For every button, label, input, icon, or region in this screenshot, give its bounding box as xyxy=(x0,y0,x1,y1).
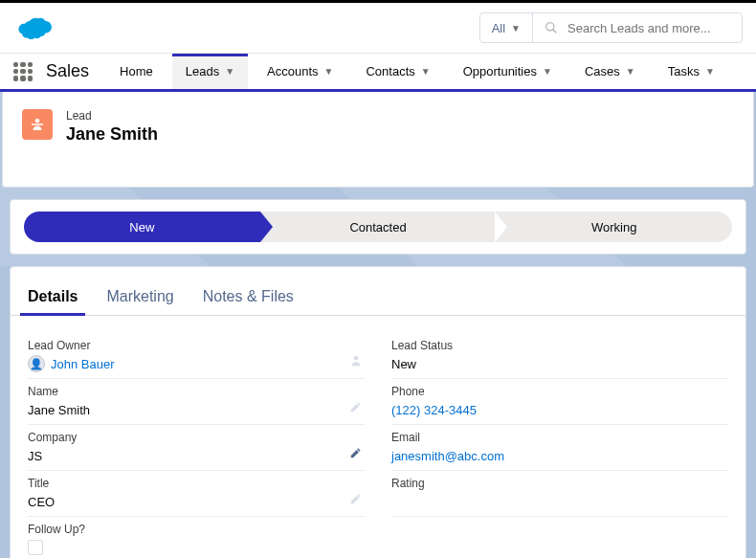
field-label: Lead Status xyxy=(391,339,728,352)
chevron-down-icon: ▼ xyxy=(626,66,635,77)
field-company: Company JS xyxy=(28,425,365,471)
field-title: Title CEO xyxy=(28,471,365,517)
field-label: Name xyxy=(28,385,365,398)
detail-card: Details Marketing Notes & Files Lead Own… xyxy=(10,266,746,558)
field-column-right: Lead Status New Phone (122) 324-3445 Ema… xyxy=(391,333,728,558)
field-follow-up: Follow Up? xyxy=(28,517,365,558)
field-email: Email janesmith@abc.com xyxy=(391,425,728,471)
svg-line-1 xyxy=(553,30,557,33)
field-label: Follow Up? xyxy=(28,523,365,536)
field-value xyxy=(28,539,365,556)
tab-details[interactable]: Details xyxy=(28,280,78,315)
field-value xyxy=(391,493,728,510)
follow-up-checkbox[interactable] xyxy=(28,540,43,555)
path-stage-contacted[interactable]: Contacted xyxy=(260,212,497,242)
field-label: Company xyxy=(28,431,365,444)
field-label: Title xyxy=(28,477,365,490)
field-lead-status: Lead Status New xyxy=(391,333,728,379)
svg-point-4 xyxy=(354,356,359,361)
search-icon xyxy=(545,21,558,34)
field-lead-owner: Lead Owner 👤 John Bauer xyxy=(28,333,365,379)
email-link[interactable]: janesmith@abc.com xyxy=(391,449,504,463)
chevron-down-icon: ▼ xyxy=(225,66,234,77)
svg-point-2 xyxy=(35,119,40,123)
tab-notes-files[interactable]: Notes & Files xyxy=(203,280,294,315)
field-value: (122) 324-3445 xyxy=(391,401,728,418)
nav-bar: Sales Home Leads ▼ Accounts ▼ Contacts ▼… xyxy=(0,54,756,92)
global-search: All ▼ xyxy=(479,12,743,43)
nav-item-opportunities[interactable]: Opportunities ▼ xyxy=(450,54,566,89)
salesforce-logo[interactable] xyxy=(13,13,54,42)
nav-item-contacts[interactable]: Contacts ▼ xyxy=(352,54,443,89)
field-column-left: Lead Owner 👤 John Bauer Name Jane Smith xyxy=(28,333,365,558)
field-columns: Lead Owner 👤 John Bauer Name Jane Smith xyxy=(11,316,745,558)
nav-item-home[interactable]: Home xyxy=(106,54,167,89)
record-tabs: Details Marketing Notes & Files xyxy=(11,280,745,316)
field-phone: Phone (122) 324-3445 xyxy=(391,379,728,425)
chevron-down-icon: ▼ xyxy=(705,66,715,77)
record-title-block: Lead Jane Smith xyxy=(66,109,158,145)
search-scope-label: All xyxy=(492,21,505,35)
field-rating: Rating xyxy=(391,471,728,517)
svg-point-0 xyxy=(546,23,554,31)
nav-item-tasks[interactable]: Tasks ▼ xyxy=(655,54,728,89)
field-value: janesmith@abc.com xyxy=(391,447,728,464)
app-launcher-icon xyxy=(13,62,33,81)
app-name: Sales xyxy=(46,61,89,81)
field-label: Email xyxy=(391,431,728,444)
search-scope-selector[interactable]: All ▼ xyxy=(480,13,533,42)
lead-entity-icon xyxy=(22,109,53,140)
field-value: CEO xyxy=(28,493,365,510)
field-label: Rating xyxy=(391,477,728,490)
path-card: New Contacted Working xyxy=(10,199,746,255)
search-input[interactable] xyxy=(567,21,730,35)
edit-icon[interactable] xyxy=(349,492,363,508)
phone-link[interactable]: (122) 324-3445 xyxy=(391,403,477,417)
nav-item-accounts[interactable]: Accounts ▼ xyxy=(254,54,346,89)
chevron-down-icon: ▼ xyxy=(511,23,521,33)
tab-marketing[interactable]: Marketing xyxy=(106,280,173,315)
field-label: Phone xyxy=(391,385,728,398)
edit-icon[interactable] xyxy=(349,400,363,416)
nav-item-cases[interactable]: Cases ▼ xyxy=(571,54,649,89)
chevron-down-icon: ▼ xyxy=(421,66,431,77)
field-value: 👤 John Bauer xyxy=(28,355,365,372)
edit-icon[interactable] xyxy=(349,446,363,462)
chevron-down-icon: ▼ xyxy=(543,66,552,77)
path-stage-working[interactable]: Working xyxy=(496,212,732,242)
app-launcher[interactable]: Sales xyxy=(13,54,89,89)
lead-path: New Contacted Working xyxy=(24,212,732,242)
record-name: Jane Smith xyxy=(66,124,158,145)
detail-region: Details Marketing Notes & Files Lead Own… xyxy=(0,266,756,558)
record-header: Lead Jane Smith xyxy=(2,92,754,188)
lead-owner-link[interactable]: John Bauer xyxy=(51,357,115,371)
path-region: New Contacted Working xyxy=(0,188,756,266)
avatar-icon: 👤 xyxy=(28,355,45,372)
object-label: Lead xyxy=(66,109,158,123)
field-label: Lead Owner xyxy=(28,339,365,352)
nav-item-leads[interactable]: Leads ▼ xyxy=(172,54,248,89)
global-header: All ▼ xyxy=(0,0,756,54)
field-value: Jane Smith xyxy=(28,401,365,418)
record-header-region: Lead Jane Smith xyxy=(0,92,756,188)
search-box[interactable] xyxy=(533,13,742,42)
chevron-down-icon: ▼ xyxy=(324,66,334,77)
field-value: JS xyxy=(28,447,365,464)
change-owner-icon[interactable] xyxy=(349,354,363,370)
field-name: Name Jane Smith xyxy=(28,379,365,425)
field-value: New xyxy=(391,355,728,372)
path-stage-new[interactable]: New xyxy=(24,212,260,242)
svg-rect-3 xyxy=(32,123,43,125)
